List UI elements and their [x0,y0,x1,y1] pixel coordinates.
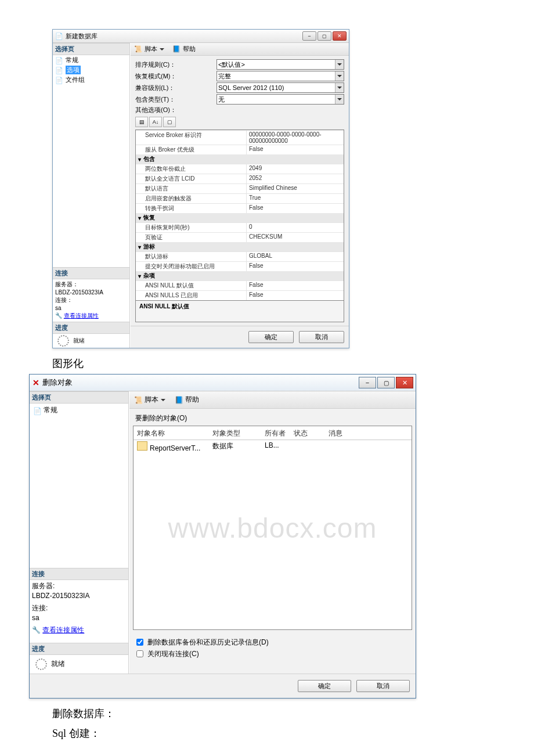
target-time-value[interactable]: 0 [247,223,344,232]
ansi-nulls-enabled-label: ANSI NULLS 已启用 [136,291,247,300]
close-connections-input[interactable] [136,650,143,657]
server-label: 服务器： [55,280,127,289]
help-button[interactable]: 帮助 [183,45,196,53]
objects-to-delete-label: 要删除的对象(O) [129,409,416,423]
row-type: 数据库 [212,441,265,452]
script-button[interactable]: 脚本 [145,395,158,405]
props-icon: 🔧 [55,312,62,319]
sb-id-value[interactable]: 00000000-0000-0000-0000-000000000000 [247,131,344,145]
help-icon: 📘 [175,396,183,404]
view-connection-properties[interactable]: 🔧 查看连接属性 [32,625,126,635]
broker-priority-value[interactable]: False [247,145,344,154]
script-dropdown-arrow[interactable] [161,399,165,401]
cancel-button[interactable]: 取消 [299,331,344,343]
right-toolbar: 📜 脚本 📘 帮助 [129,391,416,409]
server-value: LBDZ-20150323IA [32,592,126,600]
ready-label: 就绪 [51,660,65,668]
cancel-button[interactable]: 取消 [356,680,410,692]
script-button[interactable]: 脚本 [145,45,157,53]
property-grid[interactable]: Service Broker 标识符00000000-0000-0000-000… [135,129,344,301]
page-general[interactable]: 📄常规 [53,55,129,65]
ok-button[interactable]: 确定 [248,331,294,343]
close-connections-checkbox[interactable]: 关闭现有连接(C) [134,649,411,659]
connection-header: 连接 [30,568,128,580]
lcid-value[interactable]: 2052 [247,174,344,183]
ansi-nulls-enabled-value[interactable]: False [247,291,344,300]
progress-status: 就绪 [30,655,128,674]
help-icon: 📘 [172,45,181,53]
props-icon: 🔧 [32,626,41,634]
ok-button[interactable]: 确定 [298,680,351,692]
delete-history-checkbox[interactable]: 删除数据库备份和还原历史记录信息(D) [134,637,411,647]
text-sql-create: Sql 创建： [29,723,505,743]
title-bar[interactable]: 📄 新建数据库 − ▢ ✕ [53,30,349,43]
group-containment[interactable]: ▾包含 [136,154,344,164]
chevron-down-icon[interactable] [335,71,344,81]
chevron-down-icon[interactable] [335,60,344,69]
collation-label: 排序规则(C)： [135,60,217,69]
script-icon: 📜 [134,396,142,404]
spinner-icon [35,658,47,670]
group-cursor[interactable]: ▾游标 [136,242,344,251]
server-label: 服务器: [32,581,126,591]
compat-combo[interactable]: SQL Server 2012 (110) [217,82,344,93]
delete-icon: ✕ [32,379,40,387]
nested-value[interactable]: True [247,194,344,203]
help-button[interactable]: 帮助 [185,395,199,405]
right-panel: 📜 脚本 📘 帮助 排序规则(C)： <默认值> 恢复模式(M)： 完整 兼容级… [130,43,349,348]
categorized-button[interactable]: ▤ [135,117,148,127]
script-dropdown-arrow[interactable] [160,48,164,51]
group-recovery[interactable]: ▾恢复 [136,213,344,222]
page-verify-value[interactable]: CHECKSUM [247,233,344,242]
page-verify-label: 页验证 [136,233,247,242]
target-time-label: 目标恢复时间(秒) [136,223,247,232]
right-toolbar: 📜 脚本 📘 帮助 [131,43,349,56]
object-list[interactable]: 对象名称 对象类型 所有者 状态 消息 ReportServerT... 数据库… [133,426,412,630]
chevron-down-icon[interactable] [335,95,344,104]
delete-history-input[interactable] [136,639,143,646]
view-connection-properties[interactable]: 🔧 查看连接属性 [55,312,127,320]
progress-status: 就绪 [53,334,129,348]
group-misc[interactable]: ▾杂项 [136,271,344,280]
alphabetical-button[interactable]: A↓ [149,117,162,127]
page-general[interactable]: 📄常规 [30,404,128,417]
select-page-header: 选择页 [30,391,128,404]
col-state: 状态 [294,429,329,438]
maximize-button[interactable]: ▢ [377,377,395,388]
ready-label: 就绪 [73,337,85,344]
new-database-dialog: 📄 新建数据库 − ▢ ✕ 选择页 📄常规 📄选项 📄文件组 连接 服务器： L… [52,29,349,348]
recovery-combo[interactable]: 完整 [217,71,344,81]
dialog-footer: 确定 取消 [30,674,416,698]
close-button[interactable]: ✕ [396,377,413,388]
title-bar[interactable]: ✕ 删除对象 − ▢ ✕ [30,375,416,391]
minimize-button[interactable]: − [359,377,376,388]
delete-object-dialog: ✕ 删除对象 − ▢ ✕ 选择页 📄常规 连接 服务器: LBDZ-201503… [29,374,416,699]
table-row[interactable]: ReportServerT... 数据库 LB... [134,440,412,453]
ansi-null-def-label: ANSI NULL 默认值 [136,281,247,290]
right-panel: 📜 脚本 📘 帮助 要删除的对象(O) 对象名称 对象类型 所有者 状态 消息 … [129,391,416,674]
lang-value[interactable]: Simplified Chinese [247,184,344,193]
chevron-down-icon[interactable] [335,83,344,92]
minimize-button[interactable]: − [302,31,316,41]
row-msg [329,441,408,452]
page-filegroups[interactable]: 📄文件组 [53,75,129,85]
noise-label: 转换干扰词 [136,204,247,213]
collation-combo[interactable]: <默认值> [217,59,344,70]
watermark: www.bdocx.com [168,512,377,544]
lang-label: 默认语言 [136,184,247,193]
grid-extra-button[interactable]: ▢ [163,117,176,127]
compat-label: 兼容级别(L)： [135,84,217,92]
row-state [294,441,329,452]
noise-value[interactable]: False [247,204,344,213]
row-owner: LB... [265,441,294,452]
ansi-null-def-value[interactable]: False [247,281,344,290]
progress-header: 进度 [53,322,129,334]
default-cursor-value[interactable]: GLOBAL [247,252,344,261]
maximize-button[interactable]: ▢ [317,31,331,41]
containment-label: 包含类型(T)： [135,95,217,104]
commit-cursor-value[interactable]: False [247,262,344,271]
containment-combo[interactable]: 无 [217,94,344,105]
close-button[interactable]: ✕ [333,31,347,41]
two-digit-value[interactable]: 2049 [247,164,344,174]
page-options[interactable]: 📄选项 [53,65,129,75]
